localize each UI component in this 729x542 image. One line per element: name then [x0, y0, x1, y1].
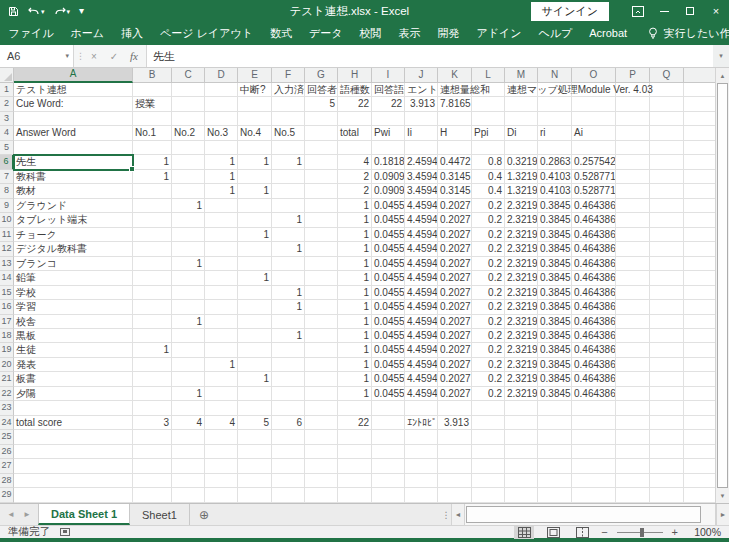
cell-O4[interactable]: Ai	[572, 126, 616, 140]
cell-Q6[interactable]	[650, 155, 684, 169]
cell-O20[interactable]: 0.464386	[572, 358, 616, 372]
column-header-F[interactable]: F	[272, 68, 305, 83]
cell-D9[interactable]	[205, 199, 238, 213]
row-header-2[interactable]: 2	[0, 97, 14, 111]
cell-C13[interactable]: 1	[172, 257, 205, 271]
cell-C3[interactable]	[172, 112, 205, 126]
cell-I25[interactable]	[372, 430, 405, 444]
cell-O16[interactable]: 0.464386	[572, 300, 616, 314]
cell-B2[interactable]: 授業	[133, 97, 172, 111]
cell-P6[interactable]	[616, 155, 650, 169]
cell-A3[interactable]	[14, 112, 133, 126]
ribbon-tab-7[interactable]: 表示	[390, 22, 429, 45]
cell-P7[interactable]	[616, 170, 650, 184]
cell-J20[interactable]: 4.4594	[405, 358, 438, 372]
cell-E17[interactable]	[238, 315, 272, 329]
cell-I24[interactable]	[372, 416, 405, 430]
cell-P10[interactable]	[616, 213, 650, 227]
cell-M11[interactable]: 2.3219	[505, 228, 538, 242]
cell-C7[interactable]	[172, 170, 205, 184]
cell-B10[interactable]	[133, 213, 172, 227]
cell-N28[interactable]	[538, 474, 572, 488]
cell-I26[interactable]	[372, 445, 405, 459]
cell-J29[interactable]	[405, 488, 438, 502]
cell-N21[interactable]: 0.3845	[538, 372, 572, 386]
cell-M17[interactable]: 2.3219	[505, 315, 538, 329]
cell-A19[interactable]: 生徒	[14, 343, 133, 357]
cell-D20[interactable]: 1	[205, 358, 238, 372]
cell-J10[interactable]: 4.4594	[405, 213, 438, 227]
cell-G18[interactable]	[305, 329, 338, 343]
cell-E15[interactable]	[238, 286, 272, 300]
cell-M27[interactable]	[505, 459, 538, 473]
cell-B17[interactable]	[133, 315, 172, 329]
name-box[interactable]: A6 ▾	[0, 45, 74, 67]
cell-J25[interactable]	[405, 430, 438, 444]
cell-D17[interactable]	[205, 315, 238, 329]
hscroll-thumb[interactable]	[466, 506, 701, 523]
cell-H6[interactable]: 4	[338, 155, 372, 169]
cell-E11[interactable]: 1	[238, 228, 272, 242]
cell-H29[interactable]	[338, 488, 372, 502]
column-header-D[interactable]: D	[205, 68, 238, 83]
cell-E13[interactable]	[238, 257, 272, 271]
cell-H1[interactable]: 語種数	[338, 83, 372, 97]
cell-H14[interactable]: 1	[338, 271, 372, 285]
cell-G26[interactable]	[305, 445, 338, 459]
cell-D19[interactable]	[205, 343, 238, 357]
cell-Q24[interactable]	[650, 416, 684, 430]
row-header-21[interactable]: 21	[0, 372, 14, 386]
cell-E14[interactable]: 1	[238, 271, 272, 285]
cell-F5[interactable]	[272, 141, 305, 155]
cell-G27[interactable]	[305, 459, 338, 473]
cell-J15[interactable]: 4.4594	[405, 286, 438, 300]
cell-J13[interactable]: 4.4594	[405, 257, 438, 271]
cell-N23[interactable]	[538, 401, 572, 415]
ribbon-tab-1[interactable]: ホーム	[62, 22, 113, 45]
cell-K15[interactable]: 0.2027	[438, 286, 472, 300]
cell-A22[interactable]: 夕陽	[14, 387, 133, 401]
cell-A25[interactable]	[14, 430, 133, 444]
row-header-27[interactable]: 27	[0, 459, 14, 473]
cell-B28[interactable]	[133, 474, 172, 488]
cell-Q10[interactable]	[650, 213, 684, 227]
cell-G4[interactable]	[305, 126, 338, 140]
cell-J21[interactable]: 4.4594	[405, 372, 438, 386]
cell-F20[interactable]	[272, 358, 305, 372]
cell-J11[interactable]: 4.4594	[405, 228, 438, 242]
cell-M23[interactable]	[505, 401, 538, 415]
cell-A5[interactable]	[14, 141, 133, 155]
cell-K29[interactable]	[438, 488, 472, 502]
cell-N26[interactable]	[538, 445, 572, 459]
cell-E28[interactable]	[238, 474, 272, 488]
cell-O27[interactable]	[572, 459, 616, 473]
macro-record-button[interactable]	[60, 528, 70, 536]
cell-I3[interactable]	[372, 112, 405, 126]
cell-M18[interactable]: 2.3219	[505, 329, 538, 343]
view-page-layout-button[interactable]	[543, 526, 563, 539]
cell-N19[interactable]: 0.3845	[538, 343, 572, 357]
cell-O11[interactable]: 0.464386	[572, 228, 616, 242]
cell-Q19[interactable]	[650, 343, 684, 357]
cell-Q7[interactable]	[650, 170, 684, 184]
ribbon-tab-3[interactable]: ページ レイアウト	[152, 22, 262, 45]
cell-F12[interactable]: 1	[272, 242, 305, 256]
cell-B23[interactable]	[133, 401, 172, 415]
undo-button[interactable]: ▾	[28, 6, 45, 16]
cell-A1[interactable]: テスト連想	[14, 83, 133, 97]
cell-B9[interactable]	[133, 199, 172, 213]
cell-O2[interactable]	[572, 97, 616, 111]
cell-G2[interactable]: 5	[305, 97, 338, 111]
cell-I16[interactable]: 0.0455	[372, 300, 405, 314]
cell-N13[interactable]: 0.3845	[538, 257, 572, 271]
cell-A14[interactable]: 鉛筆	[14, 271, 133, 285]
cell-Q26[interactable]	[650, 445, 684, 459]
vscroll-up-button[interactable]: ▲	[716, 68, 729, 83]
cell-A21[interactable]: 板書	[14, 372, 133, 386]
cell-F14[interactable]	[272, 271, 305, 285]
vertical-scrollbar[interactable]: ▲ ▼	[715, 68, 729, 503]
cell-K22[interactable]: 0.2027	[438, 387, 472, 401]
cell-N27[interactable]	[538, 459, 572, 473]
column-header-E[interactable]: E	[238, 68, 272, 83]
cell-J12[interactable]: 4.4594	[405, 242, 438, 256]
